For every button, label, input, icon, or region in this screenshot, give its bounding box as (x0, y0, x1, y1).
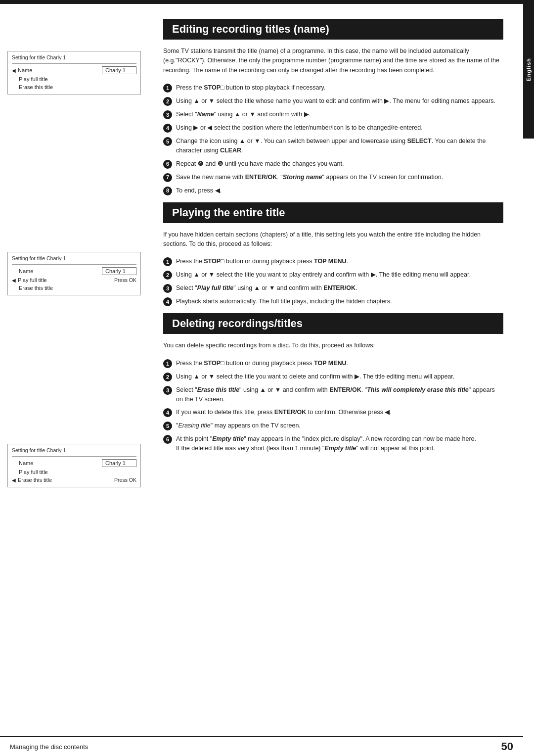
step-item: 4 If you want to delete this title, pres… (163, 408, 503, 417)
step-text: To end, press ◀. (176, 186, 503, 195)
step-text: Select "Play full title" using ▲ or ▼ an… (176, 284, 503, 293)
section3-intro: You can delete specific recordings from … (163, 341, 503, 350)
step-number: 2 (163, 373, 172, 381)
footer-text: Managing the disc contents (10, 743, 88, 751)
step-item: 2 Using ▲ or ▼ select the title you want… (163, 372, 503, 381)
step-number: 2 (163, 97, 172, 106)
step-text: Save the new name with ENTER/OK. "Storin… (176, 173, 503, 182)
step-number: 4 (163, 297, 172, 306)
step-text: Using ▲ or ▼ select the title whose name… (176, 96, 503, 106)
step-text: Using ▲ or ▼ select the title you want t… (176, 270, 503, 280)
step-number: 3 (163, 284, 172, 293)
section1-header: Editing recording titles (name) (163, 19, 503, 40)
step-text: At this point "Empty title" may appears … (176, 434, 503, 453)
screen2-title: Setting for title Charly 1 (12, 255, 136, 261)
screen1-arrow: ◀ (12, 68, 16, 73)
step-text: Select "Name" using ▲ or ▼ and confirm w… (176, 110, 503, 119)
step-text: Using ▶ or ◀ select the position where t… (176, 123, 503, 133)
section2-steps: 1 Press the STOP□ button or during playb… (163, 257, 503, 306)
step-item: 1 Press the STOP□ button to stop playbac… (163, 83, 503, 93)
section2-header: Playing the entire title (163, 202, 503, 223)
step-item: 5 Change the icon using ▲ or ▼. You can … (163, 137, 503, 155)
step-text: Using ▲ or ▼ select the title you want t… (176, 372, 503, 381)
section2-intro: If you have hidden certain sections (cha… (163, 230, 503, 249)
step-item: 1 Press the STOP□ button or during playb… (163, 257, 503, 266)
right-content: Editing recording titles (name) Some TV … (148, 4, 523, 756)
step-item: 4 Using ▶ or ◀ select the position where… (163, 123, 503, 133)
step-item: 2 Using ▲ or ▼ select the title you want… (163, 270, 503, 280)
step-item: 7 Save the new name with ENTER/OK. "Stor… (163, 173, 503, 182)
step-text: Press the STOP□ button or during playbac… (176, 359, 503, 368)
screen1-row-erase: Erase this title (12, 83, 136, 91)
footer: Managing the disc contents 50 (0, 736, 523, 756)
step-number: 1 (163, 84, 172, 93)
screen1-row-play: Play full title (12, 75, 136, 83)
screen2-row-play: ◀ Play full title Press OK (12, 276, 136, 284)
step-number: 7 (163, 173, 172, 182)
step-number: 1 (163, 359, 172, 368)
step-number: 4 (163, 124, 172, 133)
main-content: Setting for title Charly 1 ◀ Name Charly… (0, 4, 523, 756)
step-number: 3 (163, 110, 172, 119)
left-sidebar: Setting for title Charly 1 ◀ Name Charly… (0, 4, 148, 756)
step-number: 6 (163, 435, 172, 444)
screen1-row-name: ◀ Name Charly 1 (12, 65, 136, 75)
step-number: 5 (163, 422, 172, 430)
screen-mockup-2: Setting for title Charly 1 Name Charly 1… (7, 252, 141, 295)
step-item: 2 Using ▲ or ▼ select the title whose na… (163, 96, 503, 106)
step-number: 8 (163, 187, 172, 195)
section-playing: Playing the entire title If you have hid… (163, 202, 503, 307)
top-bar (0, 0, 534, 4)
step-text: Press the STOP□ button or during playbac… (176, 257, 503, 266)
step-text: Repeat ❹ and ❺ until you have made the c… (176, 159, 503, 169)
step-number: 2 (163, 271, 172, 280)
screen2-row-erase: Erase this title (12, 284, 136, 292)
step-item: 3 Select "Erase this title" using ▲ or ▼… (163, 385, 503, 404)
step-text: "Erasing title" may appears on the TV sc… (176, 421, 503, 430)
step-text: If you want to delete this title, press … (176, 408, 503, 417)
step-text: Change the icon using ▲ or ▼. You can sw… (176, 137, 503, 155)
screen1-title: Setting for title Charly 1 (12, 54, 136, 60)
page-number: 50 (501, 740, 513, 753)
language-label: English (526, 58, 532, 81)
section-editing: Editing recording titles (name) Some TV … (163, 19, 503, 195)
section-deleting: Deleting recordings/titles You can delet… (163, 313, 503, 453)
language-tab: English (523, 0, 534, 139)
step-item: 4 Playback starts automatically. The ful… (163, 297, 503, 306)
screen-mockup-1: Setting for title Charly 1 ◀ Name Charly… (7, 51, 141, 94)
step-number: 5 (163, 137, 172, 146)
step-text: Playback starts automatically. The full … (176, 297, 503, 306)
step-item: 6 At this point "Empty title" may appear… (163, 434, 503, 453)
screen2-row-name: Name Charly 1 (12, 266, 136, 276)
section1-intro: Some TV stations transmit the title (nam… (163, 47, 503, 75)
screen3-row-name: Name Charly 1 (12, 458, 136, 468)
screen2-arrow: ◀ (12, 278, 16, 283)
step-item: 1 Press the STOP□ button or during playb… (163, 359, 503, 368)
screen3-row-play: Play full title (12, 468, 136, 476)
section3-steps: 1 Press the STOP□ button or during playb… (163, 359, 503, 453)
step-text: Select "Erase this title" using ▲ or ▼ a… (176, 385, 503, 404)
step-item: 8 To end, press ◀. (163, 186, 503, 195)
section3-header: Deleting recordings/titles (163, 313, 503, 334)
step-item: 5 "Erasing title" may appears on the TV … (163, 421, 503, 430)
step-text: Press the STOP□ button to stop playback … (176, 83, 503, 93)
step-number: 4 (163, 408, 172, 417)
screen3-row-erase: ◀ Erase this title Press OK (12, 476, 136, 484)
step-item: 3 Select "Name" using ▲ or ▼ and confirm… (163, 110, 503, 119)
screen3-title: Setting for title Charly 1 (12, 447, 136, 453)
section1-steps: 1 Press the STOP□ button to stop playbac… (163, 83, 503, 195)
step-item: 6 Repeat ❹ and ❺ until you have made the… (163, 159, 503, 169)
step-item: 3 Select "Play full title" using ▲ or ▼ … (163, 284, 503, 293)
step-number: 6 (163, 160, 172, 169)
screen3-arrow: ◀ (12, 477, 16, 483)
step-number: 1 (163, 257, 172, 266)
step-number: 3 (163, 386, 172, 395)
screen-mockup-3: Setting for title Charly 1 Name Charly 1… (7, 444, 141, 487)
